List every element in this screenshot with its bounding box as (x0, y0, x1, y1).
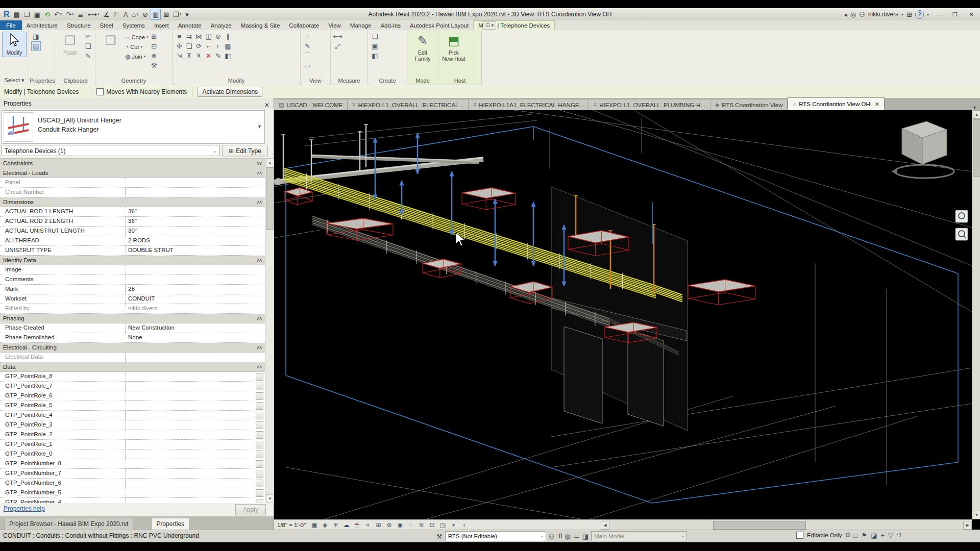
tab-annotate[interactable]: Annotate (174, 20, 206, 30)
property-browse-button[interactable] (256, 402, 263, 410)
cut-geometry-button[interactable]: ❒ (97, 32, 124, 51)
property-value[interactable]: None (125, 333, 265, 342)
type-selector[interactable]: USCAD_(All) Unistrut Hanger Conduit Rack… (2, 110, 265, 144)
legend-component-icon[interactable]: ❏ (370, 32, 380, 41)
property-value[interactable] (125, 488, 265, 497)
scale-icon[interactable]: ⇲ (175, 51, 184, 61)
search-binoculars-icon[interactable]: ◎ (850, 11, 856, 18)
select-links-icon[interactable]: □ (854, 532, 858, 539)
property-value[interactable] (125, 430, 265, 439)
tab-add-ins[interactable]: Add-Ins (376, 20, 405, 30)
measure-along-element-icon[interactable]: ⤢ (333, 41, 342, 51)
panel-label-measure[interactable]: Measure (331, 78, 368, 84)
property-value[interactable] (125, 401, 265, 410)
property-value[interactable]: CONDUIT (125, 294, 265, 304)
hide-in-view-icon[interactable]: ▭ (303, 61, 312, 70)
tab-structure[interactable]: Structure (62, 20, 95, 30)
background-processes-icon[interactable]: ⧉ (845, 531, 850, 539)
property-value[interactable] (125, 372, 265, 381)
join-menu[interactable]: ◍Join▾ (125, 52, 148, 61)
scroll-left-icon[interactable]: ◀ (601, 521, 609, 530)
match-type-icon[interactable]: ✎ (83, 51, 93, 61)
editable-only-checkbox[interactable] (796, 532, 803, 539)
drag-elements-on-selection-icon[interactable]: + (881, 532, 885, 539)
reveal-constraints-icon[interactable]: ⌖ (449, 521, 458, 529)
unpin-icon[interactable]: ⊻ (194, 51, 204, 61)
measure-between-refs-icon[interactable]: ⟷ (333, 32, 342, 41)
properties-filter-dropdown[interactable]: Telephone Devices (1) ⌄ (2, 145, 220, 156)
search-collapse-icon[interactable]: ◂ (844, 11, 847, 18)
property-value[interactable] (125, 178, 265, 187)
help-dropdown-icon[interactable]: ▾ (927, 12, 929, 17)
delete-icon[interactable]: ✕ (204, 51, 213, 61)
property-value[interactable] (125, 391, 265, 400)
collapse-vcb-icon[interactable]: ‹ (460, 521, 469, 529)
cut-icon[interactable]: ✂ (83, 32, 93, 41)
restore-button[interactable]: ❐ (948, 11, 962, 18)
chevron-up-icon[interactable]: ∧∧ (257, 345, 261, 350)
show-displaced-elements-icon[interactable]: ◳ (438, 521, 447, 529)
activate-dimensions-button[interactable]: Activate Dimensions (198, 87, 262, 97)
chevron-up-icon[interactable]: ∧∧ (257, 258, 261, 263)
user-dropdown-icon[interactable]: ▾ (901, 12, 903, 17)
select-elements-by-face-icon[interactable]: ◪ (871, 532, 877, 539)
property-value[interactable] (125, 440, 265, 449)
checkbox-box[interactable] (96, 88, 104, 95)
property-browse-button[interactable] (256, 450, 263, 458)
property-group-constraints[interactable]: Constraints∨∨ (0, 159, 265, 168)
palette-tab-project-browser-hawaii-bim-expo-2020-rvt[interactable]: Project Browser - Hawaii BIM Expo 2020.r… (4, 518, 133, 530)
panel-label-host[interactable]: Host (438, 78, 481, 84)
tab-architecture[interactable]: Architecture (22, 20, 62, 30)
view-tab-rts-coordination-view[interactable]: ◈RTS Coordination View (710, 99, 788, 110)
palette-close-icon[interactable]: ✕ (264, 99, 270, 111)
apply-button[interactable]: Apply (235, 504, 266, 515)
properties-palette-icon[interactable]: ◨ (31, 32, 41, 41)
array-icon[interactable]: ▦ (223, 41, 233, 51)
align-icon[interactable]: ≡ (175, 32, 184, 41)
property-group-electrical-circuiting[interactable]: Electrical - Circuiting∧∧ (0, 343, 265, 353)
property-browse-button[interactable] (256, 431, 263, 439)
property-group-dimensions[interactable]: Dimensions∧∧ (0, 197, 265, 207)
tab-file[interactable]: File (0, 20, 22, 30)
tab-autodesk-point-layout[interactable]: Autodesk Point Layout (405, 20, 473, 30)
sun-path-icon[interactable]: ☀ (331, 521, 340, 529)
property-value[interactable] (125, 188, 265, 197)
property-browse-button[interactable] (256, 489, 263, 497)
cut-geometry-menu[interactable]: ◔Cut▾ (125, 42, 148, 52)
property-value[interactable]: 2 RODS (125, 236, 265, 245)
properties-help-link[interactable]: Properties help (4, 505, 45, 512)
cut-profile-icon[interactable]: ⌒ (303, 51, 312, 61)
properties-scrollbar[interactable]: ▲ ▼ (265, 159, 274, 503)
cope-menu[interactable]: ⌓Cope▾ (125, 33, 148, 42)
properties-palette-header[interactable]: Properties ✕ (0, 98, 274, 109)
property-value[interactable]: DOUBLE STRUT (125, 246, 265, 255)
tab-steel[interactable]: Steel (95, 20, 118, 30)
demolish-icon[interactable]: ⚒ (149, 61, 159, 70)
navigation-wheel-button[interactable] (955, 210, 968, 222)
vscroll-thumb[interactable] (973, 119, 980, 177)
signed-in-user[interactable]: nikki.divers (868, 11, 898, 18)
property-group-electrical-loads[interactable]: Electrical - Loads∧∧ (0, 168, 265, 178)
temporary-hide-isolate-icon[interactable]: ◉ (396, 521, 404, 529)
show-crop-region-icon[interactable]: ⊞ (374, 521, 383, 529)
show-rendering-dialog-icon[interactable]: ☕ (353, 521, 361, 529)
worksets-icon[interactable]: ⚒ (436, 533, 443, 540)
edit-family-button[interactable]: ✎Edit Family (409, 32, 436, 63)
property-browse-button[interactable] (256, 412, 263, 419)
property-browse-button[interactable] (256, 480, 263, 487)
help-icon[interactable]: ? (915, 10, 924, 19)
minimize-button[interactable]: – (932, 11, 945, 17)
app-store-cart-icon[interactable]: ⊞ (906, 11, 912, 18)
property-browse-button[interactable] (256, 460, 263, 468)
scroll-up-icon[interactable]: ▲ (973, 110, 980, 119)
unlocked-view-icon[interactable]: ⊘ (385, 521, 394, 529)
property-value[interactable] (125, 498, 265, 503)
panel-label-geometry[interactable]: Geometry (95, 78, 172, 84)
tab-systems[interactable]: Systems (118, 20, 150, 30)
panel-label-view[interactable]: View (301, 78, 330, 84)
chevron-up-icon[interactable]: ∧∧ (257, 199, 261, 205)
property-value[interactable] (125, 469, 265, 478)
chevron-up-icon[interactable]: ∧∧ (257, 316, 261, 321)
property-value[interactable] (125, 420, 265, 430)
design-options-icon[interactable]: ≔ (573, 533, 580, 540)
